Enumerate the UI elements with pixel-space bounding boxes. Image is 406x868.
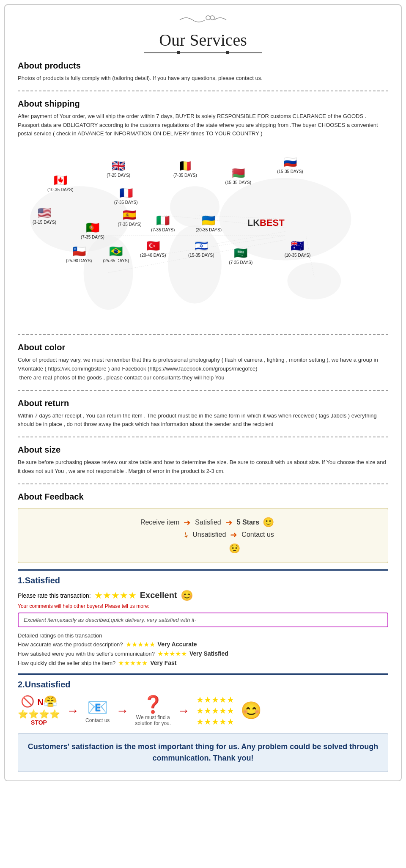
rating-row-3: How quickly did the seller ship the item… <box>18 659 388 667</box>
stars-result: ★★★★★ ★★★★★ ★★★★★ <box>196 695 234 727</box>
result-stars-2: ★★★★★ <box>196 706 234 716</box>
satisfied-label: Satisfied <box>195 519 221 526</box>
flag-item-2: 🇫🇷(7-35 DAYS) <box>114 187 138 205</box>
rating-v1: Very Accurate <box>158 641 197 648</box>
about-products-section: About products Photos of products is ful… <box>18 61 388 83</box>
bottom-message-text: Customers' satisfaction is the most impo… <box>27 741 379 764</box>
rating-stars: ★★★★★ <box>94 590 137 601</box>
about-shipping-section: About shipping After payment of Your ord… <box>18 99 388 138</box>
happy-result-emoji: 😊 <box>241 700 262 720</box>
contact-us-label: Contact us <box>85 717 110 723</box>
unsatisfied-flow: 🚫 N😤 ⭐⭐⭐⭐ STOP → 📧 Contact us → ❓ We mus… <box>18 695 388 727</box>
page-title: Our Services <box>18 30 388 50</box>
result-stars-3: ★★★★★ <box>196 717 234 727</box>
divider-5 <box>18 483 388 484</box>
email-icon: 📧 <box>85 698 110 717</box>
flag-item-7: 🇵🇹(7-35 DAYS) <box>81 221 104 239</box>
detailed-label: Detailed ratings on this transaction <box>18 632 388 639</box>
return-title: About return <box>18 398 388 408</box>
rating-row-1: How accurate was the product description… <box>18 640 388 648</box>
satisfied-section: 1.Satisfied Please rate this transaction… <box>18 569 388 667</box>
flags-overlay: 🇬🇧(7-25 DAYS)🇨🇦(10-35 DAYS)🇫🇷(7-35 DAYS)… <box>18 145 388 327</box>
contact-label: Contact us <box>241 531 274 538</box>
header-decoration <box>18 14 388 28</box>
happy-emoji: 🙂 <box>263 517 274 528</box>
products-body: Photos of products is fully comply with … <box>18 74 388 83</box>
divider-2 <box>18 334 388 335</box>
arrow-3: ➜ <box>230 530 237 540</box>
flag-item-5: 🇷🇺(15-35 DAYS) <box>277 156 303 174</box>
rating-q1: How accurate was the product description… <box>18 641 123 648</box>
rating-v2: Very Satisfied <box>189 650 228 657</box>
svg-point-1 <box>210 16 214 20</box>
stars-label: 5 Stars <box>237 519 259 526</box>
unsatisfied-section: 2.Unsatisfied 🚫 N😤 ⭐⭐⭐⭐ STOP → 📧 Contact… <box>18 673 388 727</box>
size-body: Be sure before purchasing please review … <box>18 458 388 476</box>
sample-comment: Excellent item,exactly as described,quic… <box>18 613 388 627</box>
smiley-icon: 😊 <box>181 590 193 602</box>
map-background: 🇬🇧(7-25 DAYS)🇨🇦(10-35 DAYS)🇫🇷(7-35 DAYS)… <box>18 145 388 327</box>
receive-label: Receive item <box>140 519 179 526</box>
unsat-arrow-2: → <box>116 703 129 718</box>
rate-row: Please rate this transaction: ★★★★★ Exce… <box>18 590 388 602</box>
stars-3: ★★★★★ <box>118 659 148 667</box>
satisfied-section-title: 1.Satisfied <box>18 576 388 585</box>
flag-item-10: 🇺🇦(20-35 DAYS) <box>195 214 222 232</box>
flag-item-0: 🇬🇧(7-25 DAYS) <box>107 159 130 178</box>
flag-item-13: 🇹🇷(20-40 DAYS) <box>140 239 166 258</box>
flag-item-3: 🇧🇪(7-35 DAYS) <box>173 159 197 178</box>
flag-item-11: 🇨🇱(25-90 DAYS) <box>66 245 92 263</box>
rating-row-2: How satisfied were you with the seller's… <box>18 650 388 658</box>
bottom-message-box: Customers' satisfaction is the most impo… <box>18 733 388 772</box>
stars-1: ★★★★★ <box>126 640 155 648</box>
lkbest-logo: LKBEST <box>247 217 285 228</box>
arrow-2: ➜ <box>225 517 233 527</box>
feedback-flow: Receive item ➜ Satisfied ➜ 5 Stars 🙂 ↘ U… <box>31 517 375 554</box>
flag-item-15: 🇸🇦(7-35 DAYS) <box>229 247 252 265</box>
comment-hint: Your comments will help other buyers! Pl… <box>18 603 388 609</box>
unsat-arrow-3: → <box>177 703 190 718</box>
email-box: 📧 Contact us <box>85 698 110 723</box>
about-color-section: About color Color of product may vary, w… <box>18 343 388 382</box>
unsatisfied-label: Unsatisfied <box>192 531 226 538</box>
color-body: Color of product may vary, we must remem… <box>18 356 388 382</box>
size-title: About size <box>18 445 388 455</box>
solution-box: ❓ We must find asolution for you. <box>135 695 171 726</box>
bad-icons-box: 🚫 N😤 ⭐⭐⭐⭐ STOP <box>18 695 60 726</box>
result-stars-1: ★★★★★ <box>196 695 234 705</box>
rating-v3: Very Fast <box>150 659 176 666</box>
divider-4 <box>18 437 388 437</box>
sad-emoji: 😟 <box>229 543 240 554</box>
rating-q2: How satisfied were you with the seller's… <box>18 651 155 657</box>
flag-item-12: 🇧🇷(25-65 DAYS) <box>103 245 129 263</box>
page-wrapper: Our Services About products Photos of pr… <box>4 4 402 781</box>
unsatisfied-section-title: 2.Unsatisfied <box>18 680 388 689</box>
about-feedback-section: About Feedback Receive item ➜ Satisfied … <box>18 492 388 563</box>
stars-2: ★★★★★ <box>157 650 187 658</box>
rating-q3: How quickly did the seller ship the item… <box>18 660 115 666</box>
flag-item-16: 🇦🇺(10-35 DAYS) <box>285 239 311 258</box>
feedback-title: About Feedback <box>18 492 388 502</box>
title-underline <box>18 52 388 53</box>
world-map-section: 🇬🇧(7-25 DAYS)🇨🇦(10-35 DAYS)🇫🇷(7-35 DAYS)… <box>18 145 388 327</box>
excellent-label: Excellent <box>140 591 177 600</box>
about-return-section: About return Within 7 days after receipt… <box>18 398 388 429</box>
flag-item-1: 🇨🇦(10-35 DAYS) <box>47 174 74 192</box>
return-body: Within 7 days after receipt , You can re… <box>18 412 388 429</box>
color-title: About color <box>18 343 388 352</box>
flag-item-8: 🇪🇸(7-35 DAYS) <box>118 209 142 227</box>
shipping-title: About shipping <box>18 99 388 109</box>
divider-3 <box>18 390 388 391</box>
products-title: About products <box>18 61 388 71</box>
arrow-1: ➜ <box>184 517 191 527</box>
about-size-section: About size Be sure before purchasing ple… <box>18 445 388 476</box>
rate-label: Please rate this transaction: <box>18 592 91 599</box>
shipping-body: After payment of Your order, we will shi… <box>18 112 388 138</box>
question-icon: ❓ <box>135 695 171 714</box>
flag-item-14: 🇮🇱(15-35 DAYS) <box>188 239 214 258</box>
divider-1 <box>18 91 388 91</box>
unsat-arrow-1: → <box>66 703 79 718</box>
feedback-box: Receive item ➜ Satisfied ➜ 5 Stars 🙂 ↘ U… <box>18 508 388 563</box>
svg-point-0 <box>206 16 210 20</box>
flag-item-9: 🇮🇹(7-35 DAYS) <box>151 214 175 232</box>
